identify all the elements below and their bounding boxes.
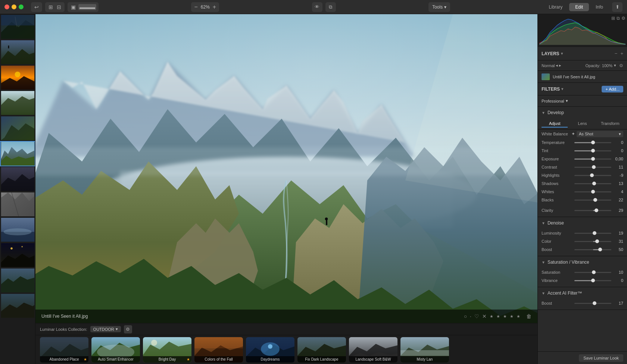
tab-transform[interactable]: Transform <box>597 120 623 128</box>
color-slider[interactable] <box>574 241 611 242</box>
saturation-slider[interactable] <box>574 272 611 273</box>
accent-boost-slider[interactable] <box>574 303 611 304</box>
look-bright-day[interactable]: Bright Day ★ <box>143 337 191 363</box>
layout-split-button[interactable]: ▣ <box>70 4 77 10</box>
looks-settings-button[interactable]: ⚙ <box>124 325 132 333</box>
look-abandoned-place[interactable]: Abandoned Place ★ <box>40 337 88 363</box>
thumbnail-1[interactable] <box>0 14 35 40</box>
thumbnail-12[interactable] <box>0 293 35 318</box>
dot-icon[interactable]: · <box>470 313 471 319</box>
save-luminar-look-button[interactable]: Save Luminar Look <box>579 354 623 362</box>
denoise-boost-slider[interactable] <box>574 249 611 250</box>
thumbnail-3[interactable] <box>0 65 35 90</box>
add-filter-button[interactable]: + Add... <box>602 86 623 92</box>
develop-section-header[interactable]: ▼ Develop <box>538 107 627 119</box>
thumbnail-2[interactable] <box>0 40 35 65</box>
blacks-slider[interactable] <box>574 200 611 201</box>
svg-point-47 <box>325 217 328 220</box>
star-5[interactable]: ★ <box>517 314 520 319</box>
vibrance-slider[interactable] <box>574 280 611 281</box>
clarity-slider[interactable] <box>574 210 611 211</box>
look-fix-dark[interactable]: Fix Dark Landscape <box>297 337 346 363</box>
maximize-button[interactable] <box>19 4 24 9</box>
tools-chevron-icon: ▾ <box>444 4 446 10</box>
exposure-slider[interactable] <box>574 159 611 160</box>
saturation-collapse-icon: ▼ <box>542 260 545 264</box>
wb-dropdown[interactable]: As Shot ▾ <box>577 131 623 137</box>
zoom-out-button[interactable]: − <box>194 4 197 10</box>
wb-picker-icon[interactable]: ✦ <box>571 131 575 136</box>
preset-dropdown[interactable]: Professional ▾ <box>542 98 568 103</box>
look-misty-lan[interactable]: Misty Lan <box>400 337 449 363</box>
star-2[interactable]: ★ <box>496 314 500 319</box>
look-star: ★ <box>187 357 190 361</box>
look-auto-smart[interactable]: Auto Smart Enhancer <box>91 337 140 363</box>
save-looks-area: Save Luminar Look <box>538 351 627 364</box>
single-view-button[interactable]: ⊟ <box>56 4 62 10</box>
opacity-label: Opacity: <box>586 63 601 68</box>
looks-category-selector[interactable]: OUTDOOR ▾ <box>90 326 121 332</box>
reject-icon[interactable]: ✕ <box>482 313 487 319</box>
star-3[interactable]: ★ <box>503 314 507 319</box>
zoom-in-button[interactable]: + <box>213 4 216 10</box>
thumbnail-6[interactable] <box>0 141 35 166</box>
circle-icon[interactable]: ○ <box>464 313 467 319</box>
star-4[interactable]: ★ <box>510 314 514 319</box>
layer-settings-icon[interactable]: ⚙ <box>619 63 623 68</box>
look-fall-colors[interactable]: Colors of the Fall <box>194 337 243 363</box>
blend-mode-selector[interactable]: Normal ◂ ▸ <box>542 63 561 68</box>
thumbnail-11[interactable] <box>0 268 35 293</box>
temperature-slider[interactable] <box>574 142 611 143</box>
preview-button[interactable]: 👁 <box>312 2 322 12</box>
gear-icon: ⚙ <box>126 327 130 332</box>
svg-point-27 <box>10 247 13 250</box>
thumbnail-4[interactable] <box>0 90 35 116</box>
compare-button[interactable]: ⧉ <box>325 2 336 12</box>
layers-add-button[interactable]: + <box>620 51 623 56</box>
tab-edit[interactable]: Edit <box>569 3 589 11</box>
blacks-value: 22 <box>614 198 623 202</box>
thumbnail-8[interactable] <box>0 192 35 217</box>
trash-icon[interactable]: 🗑 <box>526 313 531 319</box>
share-button[interactable]: ⬆ <box>612 2 623 12</box>
layers-title: LAYERS ▾ <box>542 51 563 56</box>
look-label: Auto Smart Enhancer <box>91 356 140 363</box>
tools-menu-button[interactable]: Tools ▾ <box>428 2 450 12</box>
layer-item[interactable]: Untill I've Seen it All.jpg <box>538 71 627 83</box>
histogram-layers-icon[interactable]: ⊞ <box>611 16 615 21</box>
thumbnail-5[interactable] <box>0 116 35 141</box>
star-1[interactable]: ★ <box>490 314 493 319</box>
histogram-stack-icon[interactable]: ⧉ <box>617 16 620 21</box>
tint-slider[interactable] <box>574 150 611 151</box>
shadows-slider[interactable] <box>574 183 611 184</box>
layout-full-button[interactable]: ▬▬▬ <box>78 4 96 10</box>
exposure-value: 0,00 <box>614 157 623 161</box>
layers-minus-button[interactable]: − <box>615 51 618 56</box>
close-button[interactable] <box>4 4 9 9</box>
highlights-slider[interactable] <box>574 175 611 176</box>
tab-info[interactable]: Info <box>590 3 609 11</box>
tab-adjust[interactable]: Adjust <box>542 120 568 128</box>
look-daydreams[interactable]: Daydreams <box>246 337 294 363</box>
saturation-section-header[interactable]: ▼ Saturation / Vibrance <box>538 256 627 268</box>
accent-boost-label: Boost <box>542 301 571 305</box>
heart-icon[interactable]: ♡ <box>474 313 479 319</box>
denoise-section-header[interactable]: ▼ Denoise <box>538 217 627 229</box>
contrast-slider[interactable] <box>574 167 611 168</box>
minimize-button[interactable] <box>12 4 16 9</box>
luminosity-slider[interactable] <box>574 233 611 234</box>
accent-section-header[interactable]: ▼ Accent AI Filter™ <box>538 287 627 299</box>
thumbnail-7[interactable] <box>0 166 35 192</box>
tab-library[interactable]: Library <box>543 3 569 11</box>
thumbnail-9[interactable] <box>0 217 35 242</box>
tab-lens[interactable]: Lens <box>569 120 595 128</box>
back-button[interactable]: ↩ <box>33 4 40 10</box>
luminosity-label: Luminosity <box>542 231 571 235</box>
whites-slider[interactable] <box>574 191 611 192</box>
filmstrip-view-button[interactable]: ⊞ <box>47 4 54 10</box>
thumbnail-10[interactable] <box>0 242 35 268</box>
look-landscape-bw[interactable]: Landscape Soft B&W <box>349 337 397 363</box>
clarity-row: Clarity 29 <box>538 206 627 214</box>
image-filename: Untill I've Seen it All.jpg <box>41 314 88 319</box>
histogram-settings-icon[interactable]: ⚙ <box>621 16 626 21</box>
